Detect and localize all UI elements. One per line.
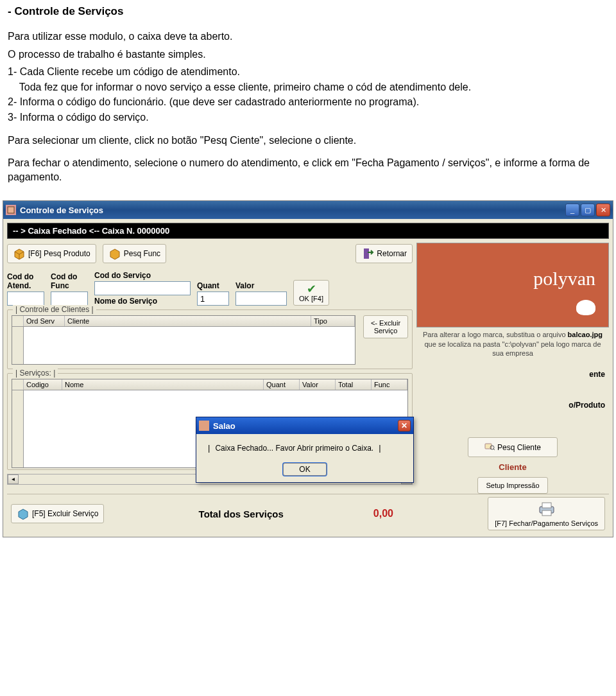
pipe-char: |	[208, 443, 210, 453]
setup-impressao-button[interactable]: Setup Impressão	[477, 477, 548, 494]
dialog-titlebar: Salao ✕	[196, 417, 413, 434]
dialog-title: Salao	[213, 421, 398, 431]
entry-fields: Cod do Atend. Cod do Func Cod do Serviço…	[7, 271, 413, 306]
alert-dialog: Salao ✕ | Caixa Fechado... Favor Abrir p…	[196, 417, 414, 483]
hidden-button-oproduto[interactable]: o/Produto	[569, 401, 605, 410]
footer: [F5] Excluir Serviço Total dos Serviços …	[7, 494, 609, 533]
cod-func-label: Cod do Func	[51, 272, 88, 290]
doc-list-item: 3- Informa o código do serviço.	[8, 110, 608, 125]
toolbar: [F6] Pesq Produto Pesq Func Retornar	[7, 243, 413, 265]
button-label: [F6] Pesq Produto	[28, 249, 90, 258]
printer-icon	[537, 500, 556, 518]
pipe-char: |	[379, 443, 381, 453]
logo-image: polyvan	[416, 243, 609, 327]
close-button[interactable]: ✕	[596, 204, 610, 216]
retornar-button[interactable]: Retornar	[355, 244, 413, 263]
document-text: - Controle de Serviços Para utilizar ess…	[0, 0, 616, 200]
doc-paragraph: Para selecionar um cliente, click no bot…	[8, 134, 608, 148]
cod-atend-label: Cod do Atend.	[7, 272, 44, 290]
cliente-label: Cliente	[499, 462, 526, 472]
status-bar: -- > Caixa Fechado <-- Caixa N. 0000000	[7, 223, 609, 239]
button-label: Pesq Func	[124, 249, 160, 258]
group-title: | Serviços: |	[13, 369, 58, 378]
pesq-produto-button[interactable]: [F6] Pesq Produto	[7, 244, 96, 263]
ok-button[interactable]: ✔ OK [F4]	[293, 280, 329, 306]
col-cliente: Cliente	[65, 316, 311, 326]
dialog-icon	[199, 421, 209, 431]
col-func: Func	[372, 379, 407, 390]
doc-paragraph: Para utilizar esse modulo, o caixa deve …	[8, 30, 608, 44]
group-title: | Controle de Clientes |	[13, 305, 96, 314]
window-titlebar: Controle de Serviços _ ▢ ✕	[3, 201, 613, 219]
check-icon: ✔	[307, 283, 316, 295]
quant-input[interactable]	[197, 291, 229, 306]
app-body: -- > Caixa Fechado <-- Caixa N. 0000000 …	[3, 219, 613, 537]
search-icon	[484, 442, 495, 453]
valor-label: Valor	[235, 281, 287, 290]
dialog-ok-button[interactable]: OK	[283, 463, 326, 476]
svg-rect-7	[542, 510, 551, 516]
clientes-group: | Controle de Clientes | Ord Serv Client…	[7, 309, 413, 369]
dialog-message: Caixa Fechado... Favor Abrir primeiro o …	[215, 444, 373, 453]
svg-rect-0	[8, 207, 14, 213]
mouse-icon	[576, 300, 595, 315]
button-label: OK [F4]	[299, 295, 323, 302]
svg-rect-1	[364, 248, 369, 259]
col-codigo: Codigo	[24, 379, 62, 390]
logo-note: Para alterar a logo marca, substitua o a…	[416, 327, 609, 360]
app-icon	[6, 205, 16, 215]
button-label: Setup Impressão	[486, 482, 539, 489]
total-label: Total dos Serviços	[199, 509, 284, 519]
button-label: [F7] Fechar/Pagamento Serviços	[495, 519, 598, 527]
minimize-button[interactable]: _	[565, 204, 579, 216]
app-window: Controle de Serviços _ ▢ ✕ -- > Caixa Fe…	[3, 200, 613, 537]
button-label: <- Excluir Serviço	[368, 319, 404, 335]
button-label: [F5] Excluir Serviço	[32, 509, 98, 518]
total-value: 0,00	[373, 508, 393, 519]
valor-input[interactable]	[235, 291, 287, 306]
col-ord-serv: Ord Serv	[24, 316, 65, 326]
window-title: Controle de Serviços	[20, 205, 565, 215]
right-panel: polyvan Para alterar a logo marca, subst…	[416, 243, 609, 494]
clientes-grid[interactable]: Ord Serv Cliente Tipo	[12, 315, 355, 365]
cod-atend-input[interactable]	[7, 291, 44, 306]
doc-list-item: 1- Cada Cliente recebe um código de aten…	[8, 65, 608, 79]
doc-list-item: 2- Informa o código do funcionário. (que…	[8, 95, 608, 109]
col-quant: Quant	[264, 379, 300, 390]
door-icon	[361, 247, 374, 260]
hidden-button-ente[interactable]: ente	[589, 370, 605, 379]
col-valor: Valor	[300, 379, 336, 390]
button-label: Pesq Cliente	[497, 443, 541, 452]
doc-heading: - Controle de Serviços	[8, 5, 608, 18]
pesq-func-button[interactable]: Pesq Func	[103, 244, 166, 263]
box-icon	[108, 247, 121, 260]
excluir-servico-side-button[interactable]: <- Excluir Serviço	[363, 315, 408, 338]
excluir-servico-button[interactable]: [F5] Excluir Serviço	[11, 504, 104, 523]
cod-servico-input[interactable]	[94, 281, 191, 295]
dialog-close-button[interactable]: ✕	[398, 420, 411, 431]
doc-paragraph: O processo de trabalho é bastante simple…	[8, 48, 608, 62]
box-icon	[13, 247, 26, 260]
logo-text: polyvan	[533, 268, 595, 290]
svg-rect-6	[542, 503, 551, 508]
col-nome: Nome	[62, 379, 264, 390]
doc-list-item: Toda fez que for informar o novo serviço…	[8, 80, 608, 94]
cod-servico-label: Cod do Serviço	[94, 271, 191, 280]
scroll-left-button[interactable]: ◄	[8, 474, 19, 484]
cod-func-input[interactable]	[51, 291, 88, 306]
fechar-pagamento-button[interactable]: [F7] Fechar/Pagamento Serviços	[488, 497, 605, 530]
doc-paragraph: Para fechar o atendimento, selecione o n…	[8, 156, 608, 184]
nome-servico-label: Nome do Serviço	[94, 297, 191, 306]
quant-label: Quant	[197, 281, 229, 290]
col-tipo: Tipo	[311, 316, 355, 326]
pesq-cliente-button[interactable]: Pesq Cliente	[468, 437, 558, 457]
col-total: Total	[336, 379, 372, 390]
svg-line-4	[493, 449, 495, 450]
button-label: Retornar	[377, 249, 407, 258]
doc-list: 1- Cada Cliente recebe um código de aten…	[8, 65, 608, 124]
maximize-button[interactable]: ▢	[581, 204, 595, 216]
delete-icon	[17, 507, 30, 520]
